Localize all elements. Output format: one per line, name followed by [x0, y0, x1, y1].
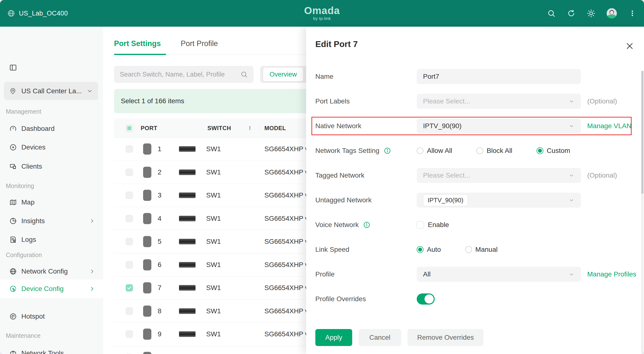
info-icon[interactable]	[384, 147, 391, 154]
radio-block-all[interactable]: Block All	[476, 147, 512, 155]
port-labels-select[interactable]: Please Select...	[417, 94, 581, 109]
sidebar: US Call Center La... Management Dashboar…	[0, 27, 103, 354]
chevron-down-icon	[86, 88, 93, 94]
native-network-label: Native Network	[315, 122, 417, 130]
drawer-scrollbar-thumb[interactable]	[641, 71, 644, 194]
tab-port-settings[interactable]: Port Settings	[114, 39, 161, 48]
port-icon	[143, 190, 151, 201]
column-switch[interactable]: SWITCH	[208, 119, 231, 138]
voice-network-label: Voice Network	[315, 221, 417, 229]
search-icon[interactable]	[547, 9, 556, 18]
row-checkbox[interactable]	[126, 238, 133, 245]
tab-port-profile[interactable]: Port Profile	[181, 39, 218, 48]
radio-manual[interactable]: Manual	[465, 246, 498, 253]
table-row[interactable]: 7 SW1 SG6654XHP v1	[114, 276, 322, 300]
apply-button[interactable]: Apply	[315, 329, 352, 346]
column-model[interactable]: MODEL	[264, 119, 286, 138]
table-row[interactable]: 3 SW1 SG6654XHP v1	[114, 184, 322, 207]
port-icon	[143, 352, 151, 354]
site-indicator[interactable]: US_Lab_OC400	[7, 0, 68, 27]
radio-auto[interactable]: Auto	[417, 246, 441, 253]
name-input[interactable]: Port7	[417, 69, 581, 84]
manage-vlan-link[interactable]: Manage VLAN	[587, 122, 632, 130]
sidebar-item-insights[interactable]: Insights	[0, 211, 103, 230]
sidebar-item-devices[interactable]: Devices	[0, 138, 103, 157]
switch-name: SW1	[206, 261, 221, 269]
chevron-down-icon	[568, 271, 575, 277]
section-maintenance: Maintenance	[6, 332, 40, 339]
chevron-down-icon	[568, 123, 575, 129]
switch-photo	[179, 308, 196, 314]
profile-overrides-label: Profile Overrides	[315, 295, 417, 303]
sidebar-item-network-config[interactable]: Network Config	[0, 262, 103, 281]
untagged-network-select[interactable]: IPTV_90(90)	[417, 193, 581, 208]
switch-photo	[179, 216, 196, 221]
radio-custom[interactable]: Custom	[536, 147, 570, 155]
sidebar-item-logs[interactable]: Logs	[0, 230, 103, 249]
row-checkbox[interactable]	[126, 145, 133, 153]
brightness-icon[interactable]	[587, 9, 596, 18]
globe-icon	[7, 9, 15, 17]
row-checkbox[interactable]	[126, 261, 133, 268]
sidebar-item-device-config[interactable]: Device Config	[0, 279, 103, 298]
row-checkbox[interactable]	[126, 284, 133, 292]
port-labels-label: Port Labels	[315, 97, 417, 105]
native-network-select[interactable]: IPTV_90(90)	[417, 119, 581, 134]
row-checkbox[interactable]	[126, 331, 133, 338]
remove-overrides-button[interactable]: Remove Overrides	[408, 329, 484, 346]
sidebar-item-clients[interactable]: Clients	[0, 157, 103, 176]
switch-photo	[179, 193, 196, 198]
table-row[interactable]: 2 SW1 SG6654XHP v1	[114, 161, 322, 184]
cancel-button[interactable]: Cancel	[358, 329, 401, 346]
top-actions	[547, 0, 637, 27]
voice-enable-checkbox[interactable]	[417, 221, 424, 228]
switch-model: SG6654XHP v1	[264, 261, 312, 269]
select-all-checkbox[interactable]	[126, 125, 133, 132]
filter-icon[interactable]	[247, 119, 253, 138]
column-port[interactable]: PORT	[141, 119, 158, 138]
table-row[interactable]: 4 SW1 SG6654XHP v1	[114, 207, 322, 230]
switch-name: SW1	[206, 191, 221, 199]
device-config-icon	[9, 285, 17, 293]
row-checkbox[interactable]	[126, 308, 133, 315]
switch-model: SG6654XHP v1	[264, 191, 312, 199]
kebab-menu-icon[interactable]	[628, 9, 637, 18]
profile-overrides-toggle[interactable]	[417, 293, 435, 305]
row-checkbox[interactable]	[126, 192, 133, 199]
sidebar-item-network-tools[interactable]: Network Tools	[0, 344, 103, 354]
refresh-icon[interactable]	[567, 9, 576, 18]
sidebar-item-hotspot[interactable]: Hotspot	[0, 307, 103, 326]
tagged-network-select[interactable]: Please Select...	[417, 168, 581, 183]
switch-model: SG6654XHP v1	[264, 145, 312, 153]
row-checkbox[interactable]	[126, 169, 133, 176]
search-input[interactable]: Search Switch, Name, Label, Profile	[114, 66, 254, 83]
radio-allow-all[interactable]: Allow All	[417, 147, 452, 155]
table-row[interactable]: 5 SW1 SG6654XHP v1	[114, 230, 322, 253]
overview-button[interactable]: Overview	[263, 68, 303, 81]
sidebar-item-map[interactable]: Map	[0, 193, 103, 212]
manage-profiles-link[interactable]: Manage Profiles	[587, 270, 636, 278]
table-row[interactable]: 9 SW1 SG6654XHP v1	[114, 323, 322, 346]
field-untagged-network: Untagged Network IPTV_90(90)	[315, 188, 636, 212]
sidebar-collapse-icon[interactable]	[9, 64, 17, 71]
top-bar: US_Lab_OC400 Omada by tp-link	[0, 0, 644, 27]
edit-port-drawer: Edit Port 7 Name Port7 Port Labels Pleas…	[306, 27, 644, 354]
row-checkbox[interactable]	[126, 215, 133, 222]
section-configuration: Configuration	[6, 251, 42, 259]
devices-icon	[9, 144, 17, 151]
profile-select[interactable]: All	[417, 267, 581, 282]
table-row[interactable]: 6 SW1 SG6654XHP v1	[114, 253, 322, 277]
close-icon[interactable]	[625, 42, 634, 50]
table-row[interactable]: 8 SW1 SG6654XHP v1	[114, 300, 322, 323]
network-chip[interactable]: IPTV_90(90)	[423, 194, 468, 206]
table-row[interactable]: 1 SW1 SG6654XHP v1	[114, 138, 322, 161]
site-selector[interactable]: US Call Center La...	[4, 82, 98, 100]
user-avatar[interactable]	[607, 8, 617, 18]
tagged-network-label: Tagged Network	[315, 172, 417, 179]
info-icon[interactable]	[363, 221, 370, 228]
chevron-down-icon	[568, 98, 575, 104]
field-profile-overrides: Profile Overrides	[315, 287, 636, 311]
port-icon	[143, 282, 151, 293]
table-row[interactable]: 10 SW1 SG6654XHP v1	[114, 346, 322, 354]
sidebar-item-dashboard[interactable]: Dashboard	[0, 119, 103, 138]
